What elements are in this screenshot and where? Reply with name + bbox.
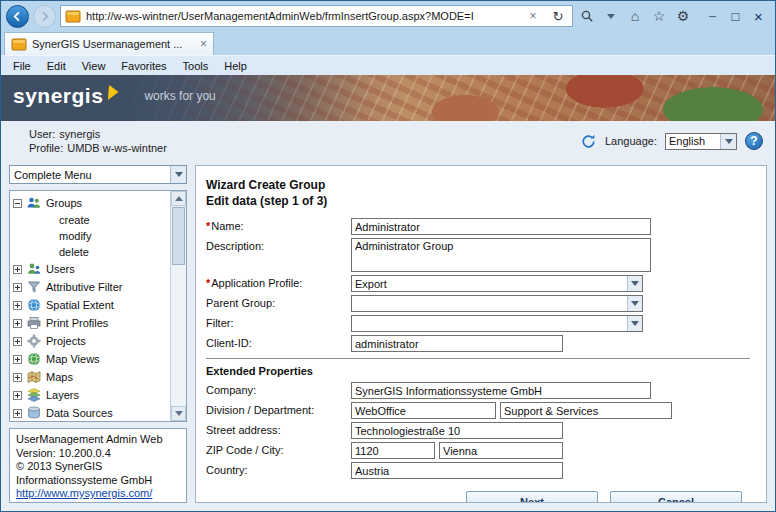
close-button[interactable] xyxy=(747,6,770,26)
tree-subitem-label[interactable]: delete xyxy=(59,246,89,258)
description-textarea[interactable]: Administrator Group xyxy=(351,238,651,272)
tree-subitem-create[interactable]: create xyxy=(13,212,167,228)
url-text[interactable]: http://w-ws-wintner/UserManagementAdminW… xyxy=(86,10,518,22)
tree-subitem-label[interactable]: modify xyxy=(59,230,91,242)
city-input[interactable] xyxy=(439,442,563,459)
form-row-division: Division / Department: xyxy=(206,402,756,419)
tree-item-label[interactable]: Data Sources xyxy=(46,407,113,419)
cancel-button[interactable]: Cancel xyxy=(610,491,742,503)
street-label: Street address: xyxy=(206,422,351,436)
collapse-icon[interactable] xyxy=(13,199,22,208)
client-id-input[interactable] xyxy=(351,335,563,352)
name-input[interactable] xyxy=(351,218,651,235)
expand-icon[interactable] xyxy=(13,319,22,328)
back-arrow-icon xyxy=(12,11,23,22)
home-button[interactable] xyxy=(625,6,645,26)
user-bar: User:synergis Profile:UMDB w-ws-wintner … xyxy=(1,121,775,161)
tree-item-label[interactable]: Users xyxy=(46,263,75,275)
browser-window: http://w-ws-wintner/UserManagementAdminW… xyxy=(0,0,776,512)
tree-item-attributive-filter[interactable]: Attributive Filter xyxy=(13,278,167,296)
tree-item-users[interactable]: Users xyxy=(13,260,167,278)
synergis-link[interactable]: http://www.mysynergis.com/ xyxy=(16,487,152,499)
search-dropdown-button[interactable] xyxy=(601,6,621,26)
favorites-button[interactable] xyxy=(649,6,669,26)
menu-mode-select[interactable]: Complete Menu xyxy=(9,165,187,184)
tree-item-layers[interactable]: Layers xyxy=(13,386,167,404)
tree-item-map-views[interactable]: Map Views xyxy=(13,350,167,368)
expand-icon[interactable] xyxy=(13,391,22,400)
tree-item-label[interactable]: Projects xyxy=(46,335,86,347)
expand-icon[interactable] xyxy=(13,355,22,364)
expand-icon[interactable] xyxy=(13,373,22,382)
menu-edit[interactable]: Edit xyxy=(39,60,74,72)
application-profile-select[interactable]: Export xyxy=(351,275,643,292)
expand-icon[interactable] xyxy=(13,337,22,346)
page-title: Wizard Create Group xyxy=(206,178,756,192)
expand-icon[interactable] xyxy=(13,409,22,418)
menu-tools[interactable]: Tools xyxy=(175,60,217,72)
forward-arrow-icon xyxy=(39,11,50,22)
menu-favorites[interactable]: Favorites xyxy=(113,60,174,72)
form-row-application-profile: *Application Profile: Export xyxy=(206,275,756,292)
expand-icon[interactable] xyxy=(13,283,22,292)
tree-item-data-sources[interactable]: Data Sources xyxy=(13,404,167,422)
menu-help[interactable]: Help xyxy=(216,60,255,72)
description-label: Description: xyxy=(206,238,351,252)
menu-file[interactable]: File xyxy=(5,60,39,72)
scrollbar-track[interactable] xyxy=(171,266,186,406)
reload-icon[interactable] xyxy=(580,133,597,150)
scroll-up-button[interactable] xyxy=(171,191,186,206)
required-marker: * xyxy=(206,277,210,289)
back-button[interactable] xyxy=(6,5,29,28)
tree-item-label[interactable]: Spatial Extent xyxy=(46,299,114,311)
profile-value: UMDB w-ws-wintner xyxy=(67,142,167,154)
company-label: Company: xyxy=(206,382,351,396)
forward-button[interactable] xyxy=(33,5,56,28)
browser-tab[interactable]: SynerGIS Usermanagement ... xyxy=(4,32,214,55)
tab-close-icon[interactable] xyxy=(200,37,207,51)
department-input[interactable] xyxy=(500,402,672,419)
division-input[interactable] xyxy=(351,402,496,419)
site-favicon xyxy=(65,8,81,24)
tree-item-projects[interactable]: Projects xyxy=(13,332,167,350)
zip-input[interactable] xyxy=(351,442,435,459)
help-button[interactable]: ? xyxy=(745,132,763,150)
tree-subitem-label[interactable]: create xyxy=(59,214,90,226)
expand-icon[interactable] xyxy=(13,265,22,274)
required-marker: * xyxy=(206,220,210,232)
tree-item-label[interactable]: Groups xyxy=(46,197,82,209)
street-input[interactable] xyxy=(351,422,563,439)
next-button[interactable]: Next xyxy=(466,491,598,503)
maximize-button[interactable] xyxy=(724,6,747,26)
country-input[interactable] xyxy=(351,462,563,479)
tree-item-spatial-extent[interactable]: Spatial Extent xyxy=(13,296,167,314)
language-select[interactable]: English xyxy=(665,133,737,150)
tree-item-groups[interactable]: Groups xyxy=(13,194,167,212)
company-input[interactable] xyxy=(351,382,651,399)
scroll-down-button[interactable] xyxy=(171,406,186,421)
parent-group-select[interactable] xyxy=(351,295,643,312)
stop-icon[interactable] xyxy=(523,6,543,26)
url-bar[interactable]: http://w-ws-wintner/UserManagementAdminW… xyxy=(60,5,573,27)
settings-button[interactable] xyxy=(673,6,693,26)
tree-item-label[interactable]: Print Profiles xyxy=(46,317,108,329)
form-row-name: *Name: xyxy=(206,218,756,235)
filter-select[interactable] xyxy=(351,315,643,332)
refresh-page-icon[interactable] xyxy=(548,6,568,26)
scrollbar-thumb[interactable] xyxy=(172,207,185,265)
expand-icon[interactable] xyxy=(13,301,22,310)
tree-item-print-profiles[interactable]: Print Profiles xyxy=(13,314,167,332)
menu-view[interactable]: View xyxy=(74,60,114,72)
info-copyright: © 2013 SynerGIS xyxy=(16,460,180,474)
tree-scrollbar[interactable] xyxy=(170,191,186,421)
minimize-button[interactable] xyxy=(701,6,724,26)
select-caret xyxy=(627,276,642,291)
tree-subitem-delete[interactable]: delete xyxy=(13,244,167,260)
tree-item-label[interactable]: Attributive Filter xyxy=(46,281,122,293)
tree-subitem-modify[interactable]: modify xyxy=(13,228,167,244)
tree-item-label[interactable]: Map Views xyxy=(46,353,100,365)
search-button[interactable] xyxy=(577,6,597,26)
tree-item-label[interactable]: Layers xyxy=(46,389,79,401)
tree-item-label[interactable]: Maps xyxy=(46,371,73,383)
tree-item-maps[interactable]: Maps xyxy=(13,368,167,386)
